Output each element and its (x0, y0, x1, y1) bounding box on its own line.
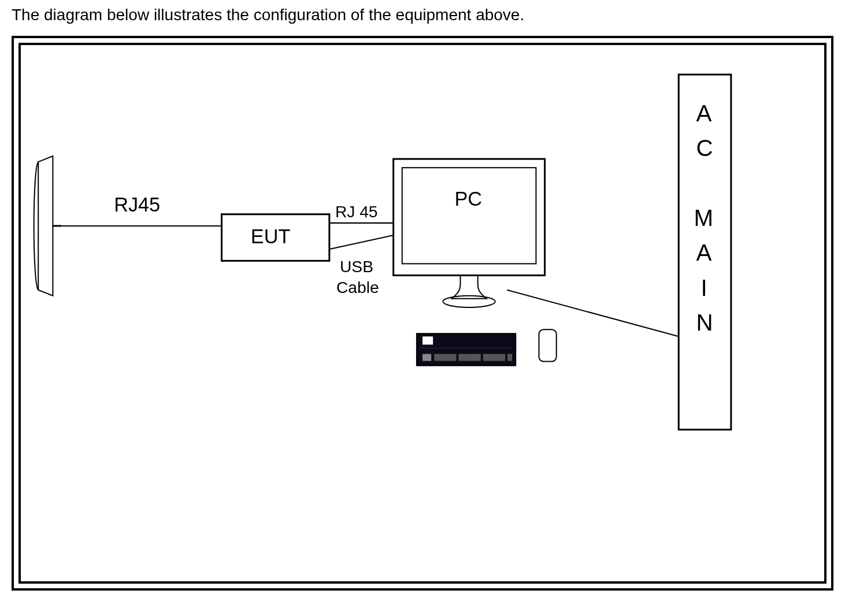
label-rj45-left: RJ45 (114, 194, 160, 216)
keyboard-node (417, 333, 516, 365)
outer-frame: RJ45 EUT RJ 45 USB Cable PC (12, 36, 833, 591)
mouse-node (539, 329, 556, 361)
ac-main-label-c1: C (696, 135, 713, 161)
svg-rect-8 (434, 354, 456, 361)
ac-main-label-m: M (694, 205, 713, 231)
pc-node: PC (394, 159, 545, 307)
label-usb: USB (340, 257, 373, 276)
svg-rect-7 (423, 354, 431, 361)
svg-rect-11 (507, 354, 512, 361)
pc-label: PC (454, 188, 482, 210)
label-cable: Cable (336, 278, 379, 296)
eut-label: EUT (251, 225, 291, 247)
diagram-svg: RJ45 EUT RJ 45 USB Cable PC (21, 45, 824, 581)
svg-rect-9 (458, 354, 480, 361)
label-rj45-right: RJ 45 (335, 202, 378, 221)
conn-pc-ac (507, 290, 679, 337)
diagram-caption: The diagram below illustrates the config… (12, 6, 833, 24)
antenna-node (34, 156, 62, 296)
conn-eut-pc-bottom (329, 235, 396, 249)
svg-rect-12 (539, 329, 556, 361)
inner-frame: RJ45 EUT RJ 45 USB Cable PC (18, 43, 827, 584)
svg-rect-5 (423, 336, 433, 344)
ac-main-label-i: I (701, 275, 707, 301)
ac-main-label-a2: A (696, 240, 711, 266)
svg-rect-10 (483, 354, 505, 361)
svg-rect-1 (394, 159, 545, 275)
ac-main-label-n: N (696, 310, 713, 336)
ac-main-label-a1: A (696, 101, 711, 127)
svg-point-3 (443, 296, 495, 307)
